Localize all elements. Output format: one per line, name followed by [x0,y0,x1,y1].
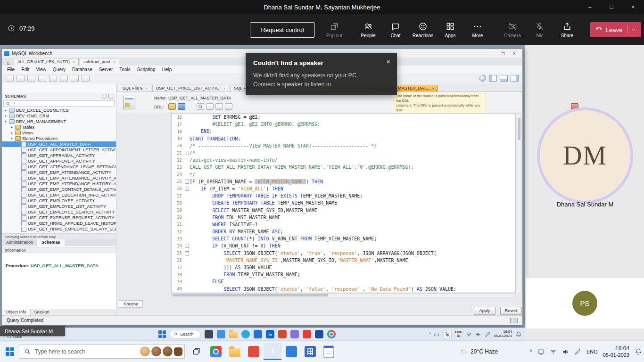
tab-schemas[interactable]: Schemas [37,239,65,246]
tree-item-procedure[interactable]: USP_GET_HRMS_APPLIED_LEAVE_HISTORY_A... [2,221,116,226]
search-highlight-icon[interactable] [174,347,182,356]
close-button[interactable]: × [622,0,644,14]
editor-tab[interactable]: SQL File 9× [119,85,151,91]
menu-database[interactable]: Database [69,67,96,72]
more-button[interactable]: More [464,22,491,38]
routine-name-value[interactable]: USP_GET_ALL_MASTER_DATA [168,96,231,100]
tray-expand-icon[interactable]: ^ [529,348,532,355]
blue-app-icon[interactable] [286,346,297,357]
taskbar-search-box[interactable]: Type here to search [19,344,185,359]
tree-item[interactable]: ▸Tables [2,124,116,130]
chat-app-icon[interactable] [217,330,225,338]
weather-widget[interactable]: 20°C Haze [460,341,498,362]
close-tab-icon[interactable]: × [73,59,75,64]
close-tab-icon[interactable]: × [223,86,226,90]
tree-item-procedure[interactable]: USP_GET_APPROVER_ACTIVITY [2,158,116,164]
pen-icon[interactable] [574,348,581,355]
scrollbar-thumb[interactable] [518,118,520,140]
notification-close-icon[interactable]: × [386,58,390,66]
tree-item-procedure[interactable]: USP_GET_EMP_ATTENDANCE_ACTIVITY [2,170,116,175]
routine-tab[interactable]: Routine [119,300,143,308]
notepad-icon[interactable] [323,346,334,358]
panel-toggle-icon[interactable] [500,75,508,82]
search-icon[interactable] [197,103,204,110]
minimize-button[interactable]: – [579,0,601,14]
panel-toggle-icon[interactable] [511,75,519,82]
tree-item[interactable]: ▸DEV_GMC_CRM [2,113,116,119]
expand-arrow-icon[interactable]: ▸ [10,125,14,129]
refresh-schemas-icon[interactable] [102,94,107,99]
save-script-icon[interactable] [178,103,185,110]
connection-tab[interactable]: colekaut_prod× [80,58,119,66]
linkedin-icon[interactable]: in [266,330,274,338]
chevron-down-icon[interactable] [631,27,636,33]
open-script-icon[interactable] [168,103,176,110]
tree-item-procedure[interactable]: USP_GET_EMP_CONTACT_DETAILS_ACTIVITY [2,187,116,192]
volume-muted-icon[interactable] [475,331,481,337]
collapse-arrow-icon[interactable]: ▾ [4,120,8,123]
speaker-icon[interactable] [562,348,569,355]
file-explorer-icon[interactable] [229,332,238,338]
schema-filter-input[interactable]: .* [3,100,115,107]
purple-app-icon[interactable] [290,330,299,338]
maximize-button[interactable]: □ [601,0,622,14]
menu-query[interactable]: Query [50,67,69,72]
tree-item-procedure[interactable]: USP_GET_EMPLOYEE_SEARCH_ACTIVITY [2,209,116,215]
beautify-icon[interactable] [206,103,214,110]
fold-toggle-icon[interactable]: - [184,187,190,191]
collapse-all-icon[interactable] [108,94,113,99]
scrollbar-thumb[interactable] [173,294,328,296]
panel-toggle-icon[interactable] [489,75,497,82]
edge-icon[interactable] [241,330,250,338]
tree-item[interactable]: ▾DEV_HR_MANAGEMENT [2,119,116,124]
start-button[interactable] [6,347,14,356]
fold-toggle-icon[interactable]: - [184,244,190,248]
search-highlight-icon[interactable] [140,346,150,356]
undo-icon[interactable] [60,75,68,82]
apply-button[interactable]: Apply [474,307,495,315]
tray-chevron-icon[interactable]: ^ [429,332,430,337]
mic-muted-icon[interactable] [443,330,452,338]
tree-item-procedure[interactable]: USP_GET_ATTENDANCE_LEAVE_SETTINGS_A... [2,164,116,170]
new-query-icon[interactable] [6,75,14,82]
clock[interactable]: 18:04 05-01-2023 [603,345,629,359]
reactions-button[interactable]: Reactions [409,22,437,38]
notification-bell-icon[interactable] [515,331,522,337]
task-view-button[interactable] [192,347,201,356]
sql-editor[interactable]: 16 SET ERRMSG = @E2;17 #SELECT @E1, @E2 … [171,113,516,292]
close-tab-icon[interactable]: × [113,59,116,64]
tree-item[interactable]: ▸DEV_EXCEL_COSMETICS [2,107,116,113]
request-control-button[interactable]: Request control [250,22,315,38]
wb-minimize-button[interactable]: – [486,51,497,56]
find-icon[interactable] [82,75,90,82]
wifi-icon[interactable] [466,331,472,337]
save-icon[interactable] [27,75,35,82]
tree-item-procedure[interactable]: USP_GET_EMP_ATTENDANCE_HISTORY_ACTI... [2,181,116,187]
orange-app-icon[interactable] [278,330,287,338]
chrome-icon[interactable] [210,346,222,357]
people-button[interactable]: People [355,22,382,38]
options-icon[interactable] [225,103,232,110]
collapse-arrow-icon[interactable]: ▾ [10,137,14,140]
wb-close-button[interactable]: × [509,51,520,56]
red-app-icon[interactable] [248,346,259,357]
close-tab-icon[interactable]: × [432,86,434,90]
start-button[interactable] [158,330,166,338]
fold-toggle-icon[interactable]: - [184,151,190,155]
comment-icon[interactable] [215,103,223,110]
notifications-icon[interactable] [635,348,642,355]
shared-clock[interactable]: 18:04 05-01-2023 [494,330,512,338]
search-highlight-icon[interactable] [163,346,173,356]
menu-help[interactable]: Help [159,67,175,72]
editor-horizontal-scrollbar[interactable] [171,293,516,297]
fold-toggle-icon[interactable]: - [184,251,190,255]
mysql-workbench-taskbar-icon[interactable] [315,330,323,338]
chat-button[interactable]: Chat [382,22,409,38]
onedrive-icon[interactable] [434,331,440,337]
leave-button[interactable]: Leave [590,22,641,37]
tree-item-procedure[interactable]: USP_GET_EXPENSE_REQUEST_ACTIVITY [2,215,116,221]
wb-maximize-button[interactable]: □ [497,51,509,56]
blue-app-icon[interactable] [254,330,262,338]
connection-tab[interactable]: ALL_DB (UAT_LEK_AUTO)× [14,58,79,66]
taskbar-search[interactable]: Search [170,330,201,338]
